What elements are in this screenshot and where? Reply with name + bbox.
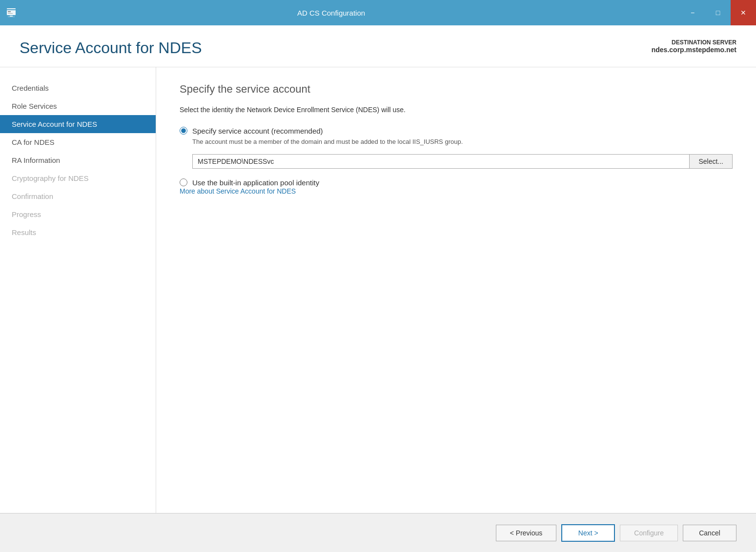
sidebar-item-ra-information[interactable]: RA Information [0,151,156,169]
help-link[interactable]: More about Service Account for NDES [180,187,296,195]
sidebar-item-ca-for-ndes[interactable]: CA for NDES [0,133,156,151]
main-window: Service Account for NDES DESTINATION SER… [0,25,756,552]
main-panel: Specify the service account Select the i… [156,67,756,513]
title-bar: AD CS Configuration − □ ✕ [0,0,756,25]
destination-value: ndes.corp.mstepdemo.net [652,46,736,54]
window-title: AD CS Configuration [21,9,641,17]
page-header: Service Account for NDES DESTINATION SER… [0,25,756,67]
radio-option-specify: Specify service account (recommended) Th… [180,127,733,169]
footer: < Previous Next > Configure Cancel [0,513,756,552]
radio-group: Specify service account (recommended) Th… [180,127,733,187]
close-button[interactable]: ✕ [731,0,756,25]
select-button[interactable]: Select... [689,154,733,169]
sidebar-item-cryptography: Cryptography for NDES [0,169,156,187]
app-icon [6,7,18,19]
content-area: Credentials Role Services Service Accoun… [0,67,756,513]
sidebar-item-role-services[interactable]: Role Services [0,97,156,115]
sidebar-item-progress: Progress [0,205,156,223]
minimize-button[interactable]: − [680,0,705,25]
radio-builtin-text: Use the built-in application pool identi… [192,178,319,187]
page-title: Service Account for NDES [20,39,202,57]
sidebar: Credentials Role Services Service Accoun… [0,67,156,513]
sidebar-item-confirmation: Confirmation [0,187,156,205]
account-row: Select... [192,154,733,169]
svg-rect-1 [7,9,16,10]
cancel-button[interactable]: Cancel [683,525,736,541]
destination-label: DESTINATION SERVER [652,39,736,46]
sidebar-item-results: Results [0,223,156,241]
svg-rect-2 [8,11,11,12]
previous-button[interactable]: < Previous [496,525,557,541]
sidebar-item-credentials[interactable]: Credentials [0,79,156,97]
destination-server-block: DESTINATION SERVER ndes.corp.mstepdemo.n… [652,39,736,54]
radio-option-builtin: Use the built-in application pool identi… [180,178,733,187]
svg-rect-4 [10,16,13,17]
radio-builtin[interactable] [180,178,187,186]
configure-button[interactable]: Configure [620,525,678,541]
sidebar-item-service-account[interactable]: Service Account for NDES [0,115,156,133]
description-text: Select the identity the Network Device E… [180,105,733,115]
radio-specify-text: Specify service account (recommended) [192,127,323,135]
window-controls: − □ ✕ [680,0,756,25]
svg-rect-3 [8,13,13,14]
radio-label-builtin[interactable]: Use the built-in application pool identi… [180,178,733,187]
next-button[interactable]: Next > [561,524,615,542]
radio-label-specify[interactable]: Specify service account (recommended) [180,127,733,135]
maximize-button[interactable]: □ [705,0,731,25]
svg-rect-5 [8,17,15,17]
account-input[interactable] [192,154,689,169]
radio-specify[interactable] [180,127,187,135]
radio-specify-description: The account must be a member of the doma… [192,138,733,145]
panel-heading: Specify the service account [180,83,733,96]
